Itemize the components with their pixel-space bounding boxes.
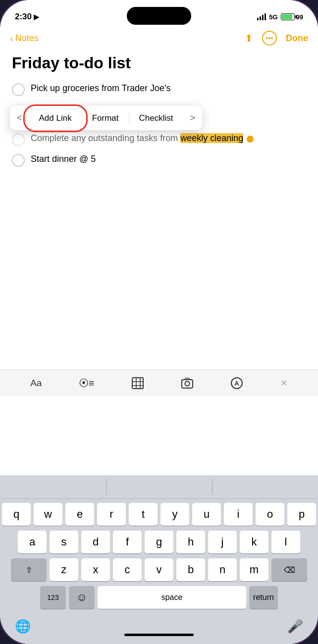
key-c[interactable]: c: [113, 558, 142, 581]
highlighted-text: weekly cleaning: [180, 133, 243, 143]
key-b[interactable]: b: [176, 558, 205, 581]
more-icon[interactable]: •••: [262, 31, 277, 46]
font-size-button[interactable]: Aa: [30, 378, 42, 389]
space-key[interactable]: space: [98, 586, 246, 609]
svg-rect-0: [132, 378, 143, 389]
cursor-handle: [247, 136, 254, 143]
battery-icon: [281, 13, 295, 20]
key-l[interactable]: l: [271, 531, 300, 553]
key-f[interactable]: f: [113, 531, 142, 553]
done-button[interactable]: Done: [286, 33, 308, 44]
key-n[interactable]: n: [208, 558, 237, 581]
key-j[interactable]: j: [208, 531, 237, 553]
key-w[interactable]: w: [34, 503, 62, 526]
svg-point-6: [185, 382, 190, 386]
suggestion-2[interactable]: [106, 475, 212, 498]
key-z[interactable]: z: [50, 558, 78, 581]
key-q[interactable]: q: [2, 503, 31, 526]
microphone-icon[interactable]: 🎤: [287, 619, 303, 634]
phone-frame: 2:30 ▶ 5G 99: [0, 0, 318, 644]
key-row-2: a s d f g h j k l: [2, 531, 316, 553]
network-label: 5G: [269, 13, 277, 21]
close-icon[interactable]: ✕: [280, 378, 288, 389]
key-p[interactable]: p: [287, 503, 316, 526]
todo-text-1[interactable]: Pick up groceries from Trader Joe's: [31, 82, 306, 95]
suggestion-1[interactable]: [0, 475, 106, 498]
signal-bars: [257, 13, 266, 20]
todo-item-3: Start dinner @ 5: [12, 153, 306, 167]
svg-text:A: A: [235, 380, 240, 387]
dynamic-island: [127, 7, 191, 25]
key-row-1: q w e r t y u i o p: [2, 503, 316, 526]
battery-percent: 99: [296, 13, 303, 21]
back-label: Notes: [15, 33, 39, 44]
back-button[interactable]: ‹ Notes: [10, 33, 39, 44]
checklist-button[interactable]: Checklist: [129, 108, 183, 128]
battery-fill: [282, 14, 293, 19]
status-icons: 5G 99: [257, 13, 303, 21]
checklist-label: Checklist: [139, 113, 173, 123]
location-icon: ▶: [34, 13, 39, 21]
todo-text-3[interactable]: Start dinner @ 5: [31, 153, 306, 165]
svg-rect-7: [185, 378, 189, 380]
note-content: Friday to-do list Pick up groceries from…: [0, 50, 318, 167]
todo-text-2[interactable]: Complete any outstanding tasks from week…: [31, 132, 306, 145]
key-g[interactable]: g: [145, 531, 173, 553]
suggestion-3[interactable]: [212, 475, 318, 498]
key-y[interactable]: y: [160, 503, 189, 526]
key-d[interactable]: d: [81, 531, 110, 553]
key-v[interactable]: v: [145, 558, 173, 581]
key-row-3: ⇧ z x c v b n m ⌫: [2, 558, 316, 581]
key-x[interactable]: x: [81, 558, 110, 581]
return-key[interactable]: return: [249, 586, 278, 609]
delete-key[interactable]: ⌫: [271, 558, 307, 581]
key-i[interactable]: i: [224, 503, 253, 526]
numbers-key[interactable]: 123: [40, 586, 66, 609]
back-chevron-icon: ‹: [10, 33, 13, 44]
key-row-4: 123 ☺ space return: [2, 586, 316, 609]
add-link-label: Add Link: [39, 113, 72, 123]
home-indicator: [124, 634, 194, 636]
table-icon[interactable]: [131, 377, 144, 390]
key-o[interactable]: o: [256, 503, 284, 526]
format-button[interactable]: Format: [82, 108, 129, 128]
todo-checkbox-3[interactable]: [12, 154, 25, 167]
keyboard-area: q w e r t y u i o p a s d f g: [0, 475, 318, 644]
share-icon[interactable]: ⬆: [245, 32, 253, 44]
time-display: 2:30: [15, 12, 32, 22]
key-r[interactable]: r: [97, 503, 126, 526]
note-title[interactable]: Friday to-do list: [12, 53, 306, 72]
keyboard-rows: q w e r t y u i o p a s d f g: [0, 499, 318, 615]
key-h[interactable]: h: [176, 531, 205, 553]
todo-checkbox-2[interactable]: [12, 133, 25, 146]
markup-icon[interactable]: A: [230, 377, 243, 390]
notes-format-toolbar: Aa ⦿≡ A ✕: [0, 369, 318, 396]
nav-bar: ‹ Notes ⬆ ••• Done: [0, 27, 318, 50]
key-e[interactable]: e: [65, 503, 94, 526]
checklist-icon[interactable]: ⦿≡: [79, 378, 95, 389]
shift-key[interactable]: ⇧: [11, 558, 47, 581]
battery-container: 99: [281, 13, 303, 21]
add-link-button[interactable]: Add Link: [29, 108, 82, 128]
key-s[interactable]: s: [50, 531, 78, 553]
phone-screen: 2:30 ▶ 5G 99: [0, 0, 318, 644]
toolbar-next-button[interactable]: >: [183, 108, 203, 128]
bottom-bar: 🌐 🎤: [0, 615, 318, 644]
camera-icon[interactable]: [181, 377, 194, 390]
format-label: Format: [92, 113, 119, 123]
key-k[interactable]: k: [240, 531, 268, 553]
key-u[interactable]: u: [192, 503, 221, 526]
key-t[interactable]: t: [129, 503, 158, 526]
todo-checkbox-1[interactable]: [12, 83, 25, 96]
status-time: 2:30 ▶: [15, 12, 39, 22]
key-m[interactable]: m: [240, 558, 268, 581]
toolbar-popup: < Add Link Format Checklist >: [10, 106, 202, 130]
toolbar-prev-button[interactable]: <: [10, 108, 29, 128]
key-a[interactable]: a: [18, 531, 47, 553]
nav-actions: ⬆ ••• Done: [245, 31, 308, 46]
emoji-key[interactable]: ☺: [69, 586, 95, 609]
todo-item-1: Pick up groceries from Trader Joe's: [12, 82, 306, 96]
globe-icon[interactable]: 🌐: [15, 619, 31, 634]
todo-item-2: Complete any outstanding tasks from week…: [12, 132, 306, 146]
keyboard-suggestions: [0, 475, 318, 499]
